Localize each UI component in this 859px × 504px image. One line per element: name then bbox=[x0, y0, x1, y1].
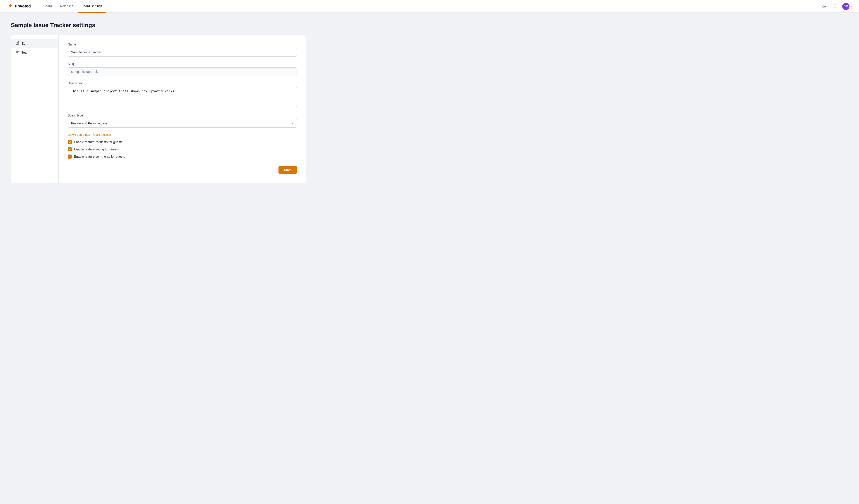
checkbox-feature-comments-box: ✓ bbox=[68, 155, 72, 159]
save-button[interactable]: Save bbox=[278, 166, 297, 174]
nav-releases[interactable]: Releases bbox=[56, 0, 77, 13]
checkmark-icon: ✓ bbox=[69, 148, 71, 151]
edit-icon bbox=[16, 41, 19, 46]
checkbox-feature-requests-box: ✓ bbox=[68, 140, 72, 144]
form-footer: Save bbox=[68, 166, 297, 174]
chevron-down-icon: ▾ bbox=[850, 5, 852, 8]
settings-form: Name Slug Description This is a sample p… bbox=[59, 35, 306, 183]
user-menu[interactable]: SM ▾ bbox=[842, 3, 852, 10]
checkbox-feature-voting[interactable]: ✓ Enable feature voting for guests bbox=[68, 147, 297, 151]
public-access-note: Only if board has "Public" access bbox=[68, 133, 297, 137]
checkmark-icon: ✓ bbox=[69, 141, 71, 144]
brand-name: upvoted bbox=[15, 4, 31, 9]
sidebar-item-team-label: Team bbox=[21, 51, 29, 54]
svg-point-0 bbox=[16, 51, 17, 52]
notifications-button[interactable] bbox=[831, 3, 839, 10]
nav-board[interactable]: Board bbox=[40, 0, 56, 13]
page-title: Sample Issue Tracker settings bbox=[11, 22, 306, 29]
description-field-group: Description This is a sample project tha… bbox=[68, 81, 297, 108]
checkbox-feature-voting-label: Enable feature voting for guests bbox=[74, 147, 119, 151]
board-type-select[interactable]: Private and Public access Private only P… bbox=[68, 119, 297, 128]
checkbox-feature-voting-box: ✓ bbox=[68, 147, 72, 151]
slug-field-group: Slug bbox=[68, 62, 297, 76]
checkbox-feature-requests-label: Enable feature requests for guests bbox=[74, 140, 122, 144]
description-textarea[interactable]: This is a sample project thats shows how… bbox=[68, 87, 297, 107]
description-label: Description bbox=[68, 81, 297, 85]
sidebar-item-edit[interactable]: Edit bbox=[11, 39, 58, 48]
slug-label: Slug bbox=[68, 62, 297, 66]
main-content: Sample Issue Tracker settings Edit bbox=[0, 13, 317, 192]
checkbox-feature-comments[interactable]: ✓ Enable feature comments for guests bbox=[68, 155, 297, 159]
slug-input[interactable] bbox=[68, 67, 297, 76]
brand-logo[interactable]: upvoted bbox=[7, 3, 31, 10]
board-type-field-group: Board type Private and Public access Pri… bbox=[68, 113, 297, 128]
board-type-select-wrapper: Private and Public access Private only P… bbox=[68, 119, 297, 128]
checkbox-group: ✓ Enable feature requests for guests ✓ E… bbox=[68, 140, 297, 159]
checkbox-feature-comments-label: Enable feature comments for guests bbox=[74, 155, 125, 158]
settings-sidebar: Edit Team bbox=[11, 35, 59, 183]
checkmark-icon: ✓ bbox=[69, 155, 71, 158]
dark-mode-button[interactable] bbox=[820, 3, 828, 10]
navbar: upvoted Board Releases Board Settings SM… bbox=[0, 0, 859, 13]
nav-links: Board Releases Board Settings bbox=[40, 0, 820, 13]
navbar-right: SM ▾ bbox=[820, 3, 852, 10]
sidebar-item-edit-label: Edit bbox=[21, 42, 27, 45]
name-field-group: Name bbox=[68, 43, 297, 57]
sidebar-item-team[interactable]: Team bbox=[11, 48, 58, 57]
name-input[interactable] bbox=[68, 48, 297, 57]
user-avatar: SM bbox=[842, 3, 849, 10]
nav-board-settings[interactable]: Board Settings bbox=[78, 0, 106, 13]
team-icon bbox=[16, 50, 19, 55]
board-type-label: Board type bbox=[68, 113, 297, 117]
settings-card: Edit Team Name bbox=[11, 35, 306, 183]
name-label: Name bbox=[68, 43, 297, 46]
checkbox-feature-requests[interactable]: ✓ Enable feature requests for guests bbox=[68, 140, 297, 144]
